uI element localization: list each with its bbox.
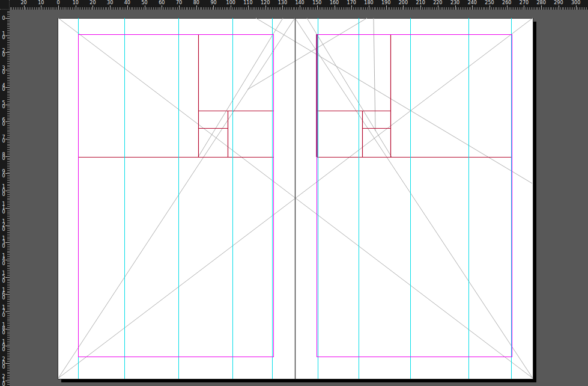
v-ruler-tick (7, 216, 10, 217)
h-ruler-tick (396, 7, 397, 10)
v-ruler-tick (7, 47, 10, 48)
h-ruler-tick (244, 7, 245, 10)
v-ruler-tick (7, 334, 10, 334)
h-ruler-tick (227, 7, 228, 10)
h-ruler-tick (322, 7, 323, 10)
h-ruler-tick (153, 7, 154, 10)
v-ruler-tick (7, 320, 10, 320)
h-ruler-tick (503, 7, 504, 10)
v-ruler-tick (7, 298, 10, 298)
h-ruler-tick (282, 5, 283, 10)
h-ruler-tick (222, 7, 223, 10)
h-ruler-tick (476, 7, 476, 10)
h-ruler-tick (167, 7, 168, 10)
h-ruler-tick (391, 7, 392, 10)
h-ruler-tick (98, 7, 99, 10)
h-ruler-tick (359, 7, 359, 10)
vertical-ruler[interactable]: 0102030405060708090100110120130140150160… (0, 10, 10, 386)
v-ruler-tick (7, 213, 10, 213)
h-ruler-label: 20 (89, 0, 95, 5)
v-ruler-tick (7, 163, 10, 164)
h-ruler-tick (326, 7, 326, 10)
h-ruler-tick (79, 7, 79, 10)
v-ruler-label: 180 (1, 323, 7, 335)
v-ruler-label: 10 (1, 32, 7, 40)
h-ruler-tick (386, 5, 387, 10)
v-ruler-tick (7, 237, 10, 238)
h-ruler-tick (488, 7, 488, 10)
h-ruler-tick (333, 7, 333, 10)
h-ruler-tick (100, 7, 100, 10)
h-ruler-tick (524, 5, 524, 10)
v-ruler-tick (7, 130, 10, 131)
h-ruler-label: 280 (537, 0, 546, 5)
v-ruler-tick (7, 317, 10, 317)
h-ruler-tick (148, 7, 148, 10)
h-ruler-label: 240 (468, 0, 477, 5)
v-ruler-tick (7, 118, 10, 119)
h-ruler-label: 300 (571, 0, 580, 5)
h-ruler-label: 50 (142, 0, 148, 5)
v-ruler-tick (7, 185, 10, 186)
v-ruler-tick (7, 96, 10, 96)
h-ruler-tick (127, 5, 128, 10)
h-ruler-tick (331, 7, 332, 10)
v-ruler-tick (7, 248, 10, 248)
page-spread[interactable] (58, 18, 533, 379)
h-ruler-tick (414, 7, 414, 10)
h-ruler-tick (139, 7, 140, 10)
v-ruler-tick (7, 72, 10, 72)
v-ruler-tick (7, 322, 10, 322)
h-ruler-tick (203, 7, 204, 10)
h-ruler-label: 150 (312, 0, 321, 5)
h-ruler-tick (448, 7, 449, 10)
h-ruler-label: 120 (261, 0, 270, 5)
h-ruler-tick (29, 7, 29, 10)
h-ruler-label: 170 (347, 0, 356, 5)
h-ruler-tick (24, 5, 25, 10)
h-ruler-tick (268, 7, 269, 10)
v-ruler-tick (7, 177, 10, 177)
h-ruler-tick (96, 7, 97, 10)
v-ruler-tick (7, 379, 10, 379)
h-ruler-tick (74, 7, 74, 10)
h-ruler-tick (419, 7, 419, 10)
v-ruler-tick (7, 187, 10, 188)
v-ruler-label: 80 (1, 153, 7, 161)
v-ruler-label: 100 (1, 185, 7, 197)
v-ruler-tick (7, 46, 10, 46)
h-ruler-tick (436, 7, 437, 10)
v-ruler-tick (7, 120, 10, 120)
h-ruler-label: 90 (210, 0, 216, 5)
h-ruler-tick (159, 7, 159, 10)
h-ruler-tick (491, 7, 492, 10)
ruler-corner-box[interactable] (0, 0, 10, 10)
h-ruler-tick (477, 7, 478, 10)
v-ruler-tick (7, 236, 10, 236)
h-ruler-tick (515, 7, 516, 10)
h-ruler-tick (329, 7, 330, 10)
v-ruler-tick (7, 335, 10, 336)
h-ruler-label: 130 (278, 0, 287, 5)
v-ruler-tick (7, 155, 10, 155)
h-ruler-tick (470, 7, 471, 10)
h-ruler-tick (398, 7, 399, 10)
h-ruler-tick (136, 7, 136, 10)
h-ruler-tick (543, 7, 544, 10)
h-ruler-tick (496, 7, 497, 10)
h-ruler-tick (489, 5, 490, 10)
v-ruler-tick (7, 37, 10, 38)
h-ruler-tick (519, 7, 520, 10)
h-ruler-tick (291, 7, 292, 10)
v-ruler-tick (7, 305, 10, 305)
h-ruler-tick (377, 7, 378, 10)
h-ruler-tick (213, 5, 214, 10)
v-ruler-tick (7, 151, 10, 152)
v-ruler-tick (7, 218, 10, 219)
h-ruler-tick (438, 5, 438, 10)
h-ruler-tick (62, 7, 62, 10)
v-ruler-tick (7, 244, 10, 245)
horizontal-ruler[interactable]: 3020100102030405060708090100110120130140… (0, 0, 588, 10)
h-ruler-tick (429, 7, 429, 10)
h-ruler-tick (338, 7, 338, 10)
